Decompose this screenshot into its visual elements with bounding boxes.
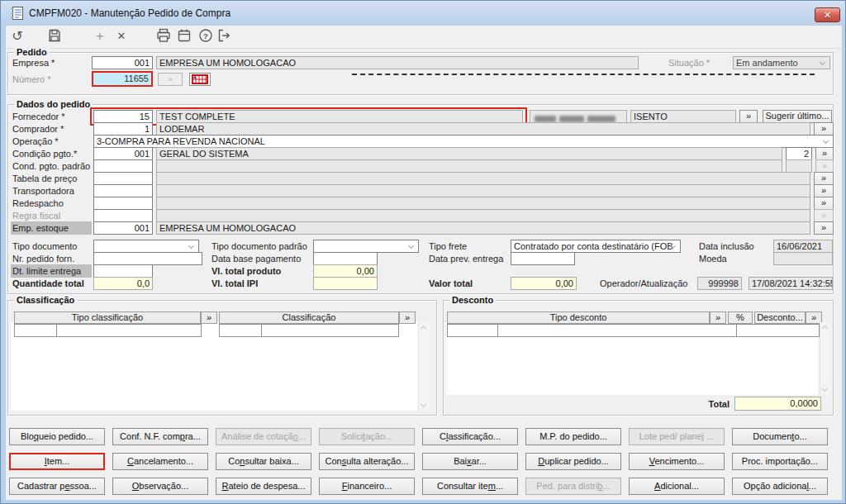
emp-estoque-more-button[interactable]: » [814, 221, 834, 235]
button-rateio-de-despesa[interactable]: Rateio de despesa... [216, 478, 311, 495]
redespacho-more-button[interactable]: » [814, 197, 834, 210]
button-adicional[interactable]: Adicional... [629, 478, 725, 495]
comprador-code-input[interactable]: 1 [93, 122, 153, 136]
nr-pedido-forn-input[interactable] [93, 252, 202, 265]
numero-input[interactable]: 11655 [92, 71, 153, 87]
classificacao-tipo-more-header[interactable]: » [201, 311, 217, 324]
desconto-pct-header[interactable]: % [728, 311, 753, 324]
button-cadastrar-pessoa[interactable]: Cadastrar pessoa... [9, 478, 105, 495]
redespacho-input[interactable] [93, 197, 153, 210]
desconto-row-code-cell[interactable] [447, 324, 498, 337]
comprador-label: Comprador * [12, 123, 64, 135]
chevron-down-icon [820, 59, 825, 65]
data-prev-entrega-input[interactable] [511, 252, 575, 265]
vl-total-ipi-label: Vl. total IPI [212, 278, 258, 289]
dt-limite-entrega-input[interactable] [93, 264, 153, 278]
button-opcao-adicional[interactable]: Opção adicional... [732, 478, 828, 495]
situacao-select[interactable]: Em andamento [733, 56, 830, 69]
atualizacao-datetime-field: 17/08/2021 14:32:55 [749, 277, 833, 290]
app-window: CMPFM020 - Manutenção Pedido de Compra ✕… [0, 0, 846, 504]
fornecedor-code-input[interactable]: 15 [93, 110, 153, 123]
fornecedor-more-button[interactable]: » [739, 110, 758, 123]
button-bloqueio-pedido[interactable]: Bloqueio pedido... [9, 428, 105, 445]
cond-pgto-padrao-input[interactable] [93, 159, 153, 173]
desconto-valor-header[interactable]: Desconto... [754, 311, 806, 324]
desconto-total-field: 0,0000 [734, 397, 821, 411]
classificacao-row-tipo-code-cell[interactable] [14, 324, 57, 337]
exit-icon[interactable] [216, 28, 233, 45]
numero-grid-button[interactable] [189, 73, 211, 86]
classificacao-class-more-header[interactable]: » [399, 311, 416, 324]
tipo-doc-padrao-select[interactable] [313, 240, 419, 253]
desconto-col-tipo-header[interactable]: Tipo desconto [447, 311, 710, 324]
add-icon[interactable]: + [92, 28, 108, 45]
button-m-p-do-pedido[interactable]: M.P. do pedido... [525, 428, 621, 445]
save-icon[interactable] [47, 28, 64, 45]
button-consultar-item[interactable]: Consultar item... [422, 478, 518, 495]
tabela-preco-input[interactable] [93, 172, 153, 185]
classificacao-row-class-name-cell[interactable] [261, 324, 399, 337]
button-consultar-baixa[interactable]: Consultar baixa... [216, 453, 311, 470]
redespacho-label: Redespacho [12, 197, 64, 209]
scroll-up-icon[interactable] [822, 326, 828, 331]
chevron-down-icon [823, 138, 829, 144]
button-observacao[interactable]: Observação... [112, 478, 208, 495]
button-vencimento[interactable]: Vencimento... [629, 453, 725, 470]
tipo-documento-select[interactable] [93, 240, 199, 253]
emp-estoque-code-input[interactable]: 001 [93, 221, 153, 235]
close-button[interactable]: ✕ [815, 7, 840, 22]
desconto-row-valor-cell[interactable] [736, 324, 820, 337]
cond-pgto-code-input[interactable]: 001 [93, 147, 153, 160]
cond-pgto-more-button[interactable]: » [815, 147, 834, 160]
tipo-documento-label: Tipo documento [12, 240, 77, 252]
button-duplicar-pedido[interactable]: Duplicar pedido... [525, 453, 621, 470]
button-consulta-alteracao[interactable]: Consulta alteração... [319, 453, 415, 470]
numero-more-button: » [158, 73, 183, 86]
classificacao-col-class-header[interactable]: Classificação [219, 311, 399, 324]
scroll-down-icon[interactable] [421, 402, 426, 407]
operacao-value: 3-COMPRA PARA REVENDA NACIONAL [97, 136, 265, 146]
calendar-icon[interactable] [177, 28, 193, 45]
desconto-row-name-cell[interactable] [497, 324, 737, 337]
help-icon[interactable]: ? [198, 28, 215, 45]
cond-pgto-parcelas-field[interactable]: 2 [786, 147, 812, 160]
close-icon: ✕ [824, 10, 831, 20]
operacao-label: Operação * [12, 136, 59, 147]
empresa-code-field[interactable]: 001 [92, 56, 153, 69]
title-bar[interactable]: CMPFM020 - Manutenção Pedido de Compra ✕ [1, 1, 845, 26]
classificacao-scrollbar[interactable] [418, 322, 430, 411]
delete-icon[interactable]: ✕ [113, 28, 130, 45]
classificacao-col-tipo-header[interactable]: Tipo classificação [14, 311, 201, 324]
classificacao-row-tipo-name-cell[interactable] [56, 324, 202, 337]
sugerir-ultimo-button[interactable]: Sugerir último... [763, 110, 832, 123]
button-item[interactable]: Item... [9, 453, 105, 470]
desconto-scrollbar[interactable] [820, 322, 830, 395]
scroll-down-icon[interactable] [822, 386, 828, 392]
transportadora-more-button[interactable]: » [814, 184, 834, 197]
button-baixar[interactable]: Baixar... [422, 453, 518, 470]
undo-icon[interactable]: ↺ [9, 28, 26, 45]
button-classificacao[interactable]: Classificação... [422, 428, 518, 445]
button-documento[interactable]: Documento... [732, 428, 828, 445]
transportadora-input[interactable] [93, 184, 153, 197]
comprador-more-button[interactable]: » [814, 122, 834, 136]
redacted-text [559, 116, 584, 122]
print-icon[interactable] [156, 28, 173, 45]
svg-text:?: ? [203, 31, 208, 40]
data-base-pag-label: Data base pagamento [212, 253, 301, 264]
button-financeiro[interactable]: Financeiro... [319, 478, 415, 495]
toolbar-separator [6, 48, 842, 49]
redacted-text [587, 116, 615, 122]
fornecedor-ie-field: ISENTO [630, 110, 736, 123]
scroll-up-icon[interactable] [421, 326, 426, 331]
operacao-select[interactable]: 3-COMPRA PARA REVENDA NACIONAL [93, 135, 834, 148]
tipo-frete-select[interactable]: Contratado por conta destinatário (FOB [511, 240, 681, 253]
button-analise-de-cotacao: Análise de cotação... [216, 428, 311, 445]
desconto-tipo-more-header[interactable]: » [710, 311, 726, 324]
data-base-pag-input[interactable] [313, 252, 378, 265]
button-cancelamento[interactable]: Cancelamento... [112, 453, 208, 470]
button-conf-n-f-compra[interactable]: Conf. N.F. compra... [112, 428, 208, 445]
button-proc-importacao[interactable]: Proc. importação... [732, 453, 828, 470]
tabela-preco-more-button[interactable]: » [814, 172, 834, 185]
classificacao-row-class-code-cell[interactable] [219, 324, 262, 337]
